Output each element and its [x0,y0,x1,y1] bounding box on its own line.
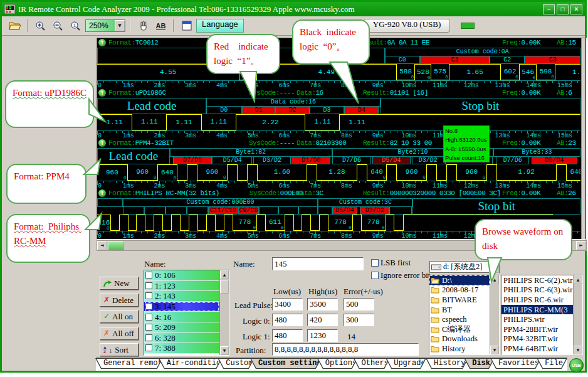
open-file-button[interactable] [7,19,23,33]
logic0-error-input[interactable] [344,314,374,326]
tab-file[interactable]: File [537,358,567,369]
row-up-arrow-icon[interactable]: ↑ [98,189,106,197]
zoom-out-button[interactable] [50,19,66,33]
field-label: Format: [108,189,135,197]
delete-button[interactable]: ✗Delete [100,294,139,307]
tab-custom-settings[interactable]: Custom settings [250,358,322,369]
tick [228,81,229,83]
scroll-down-button[interactable]: ▼ [220,346,229,355]
logic0-high-input[interactable] [307,314,338,326]
list-item[interactable]: 5: 209 [144,322,219,333]
checkbox-box[interactable] [371,272,379,279]
item-checkbox[interactable] [145,282,152,289]
dir-item[interactable]: D:\ [429,275,490,285]
tab-upgrade[interactable]: Upgrade [386,358,426,369]
tab-disk[interactable]: Disk [464,358,495,369]
zoom-level-combo[interactable]: 250%▼ [85,19,125,32]
pulse-segment [352,215,361,231]
dir-item[interactable]: C编译器 [429,324,490,334]
scroll-up-button[interactable]: ▲ [574,275,582,284]
callout-tail [88,94,107,123]
language-button[interactable]: Language [196,19,244,33]
dir-item[interactable]: BITWARE [429,295,490,305]
scroll-right-button[interactable]: ► [576,241,586,250]
file-item[interactable]: PPM4-32BIT.wir [501,334,573,344]
bit-cell: D3/D2 [360,206,390,215]
item-checkbox[interactable] [145,272,152,279]
dir-item[interactable]: BT [429,305,490,315]
close-button[interactable]: × [570,4,582,14]
tab-label: General remote [96,359,162,368]
scroll-down-button[interactable]: ▼ [490,346,499,354]
file-item[interactable]: PHILIPS RC-6(3).wir [501,285,573,295]
lsb-first-checkbox[interactable]: LSB first [371,258,411,268]
logic1-label: Logic 1: [243,332,270,342]
item-checkbox[interactable] [145,292,152,299]
name-input[interactable] [272,257,364,270]
lead-low-input[interactable] [272,298,303,311]
all-off-button[interactable]: ✗All off [100,327,139,340]
all-on-button[interactable]: ✓All on [100,310,139,323]
file-item[interactable]: PHILIPS RC-6(2).wir [501,275,573,285]
tick [147,81,148,83]
logic0-low-input[interactable] [272,314,303,326]
tick [397,181,397,183]
zoom-100-button[interactable]: 1 [68,19,83,33]
pan-hand-button[interactable] [135,19,151,33]
list-item[interactable]: 1: 123 [144,281,219,292]
dir-item[interactable]: 2008-08-17 [429,285,490,295]
tab-options[interactable]: Options [317,358,358,369]
list-item[interactable]: 0: 106 [144,270,219,281]
row-up-arrow-icon[interactable]: ↑ [98,39,106,46]
logic1-low-input[interactable] [272,329,303,342]
lead-error-input[interactable] [344,298,374,311]
file-item[interactable]: PHILIPS RC-6.wir [501,295,573,305]
ignore-error-checkbox[interactable]: Ignore error bit [371,270,430,280]
list-item[interactable]: 4: 16 [144,312,219,322]
item-checkbox[interactable] [145,324,152,331]
file-item[interactable]: PHILIPS.wir [501,314,573,324]
tab-general-remote[interactable]: General remote [95,358,163,369]
minimize-button[interactable]: – [543,4,555,14]
tab-favorites[interactable]: Favorites [490,358,541,369]
tab-history[interactable]: History [426,358,468,369]
zoom-in-button[interactable] [33,19,48,33]
ab-measure-button[interactable]: AB [153,19,169,33]
panel-view-button[interactable] [179,19,194,33]
list-item[interactable]: 6: 328 [144,333,219,344]
scroll-up-button[interactable]: ▲ [220,270,229,279]
checkbox-box[interactable] [371,259,379,267]
file-item[interactable]: PPM4-64BIT.wir [501,344,573,354]
file-item[interactable]: PHILIPS RC-MM(3 [501,305,573,315]
name-list-scrollbar[interactable]: ▲ ▼ [219,270,229,355]
tab-custom[interactable]: Custom [218,358,255,369]
device-button[interactable]: YG-920 V8.0 (USB) [364,19,450,33]
dir-item[interactable]: cspeech [429,314,490,324]
file-item[interactable]: PPM4-28BIT.wir [501,324,573,334]
new-button[interactable]: New [100,277,139,290]
item-checkbox[interactable] [145,344,152,351]
tab-others[interactable]: Others [354,358,391,369]
list-item[interactable]: 3: 145 [144,302,219,312]
zoom-dropdown-button[interactable]: ▼ [115,20,125,31]
partition-input[interactable] [272,343,419,356]
item-checkbox[interactable] [145,314,152,321]
scroll-thumb[interactable] [220,280,229,294]
scroll-down-button[interactable]: ▼ [574,346,582,354]
lead-high-input[interactable] [307,298,338,311]
list-item[interactable]: 2: 143 [144,291,219,302]
dir-item[interactable]: Downloads [429,334,490,344]
scroll-left-button[interactable]: ◄ [97,241,107,250]
list-item[interactable]: 7: 388 [144,343,219,354]
row-up-arrow-icon[interactable]: ↑ [98,139,106,147]
dir-item[interactable]: History [429,344,490,354]
tab-air-condition[interactable]: Air-condition [159,358,223,369]
item-checkbox[interactable] [145,334,152,341]
file-scrollbar[interactable]: ▲ ▼ [573,275,582,354]
sort-button[interactable]: AZ↓Sort [100,343,139,356]
maximize-button[interactable]: □ [557,4,569,14]
directory-scrollbar[interactable]: ▲ ▼ [490,275,499,354]
item-checkbox[interactable] [145,303,152,310]
hscroll-thumb[interactable] [108,241,124,250]
logic1-high-input[interactable] [307,329,338,342]
